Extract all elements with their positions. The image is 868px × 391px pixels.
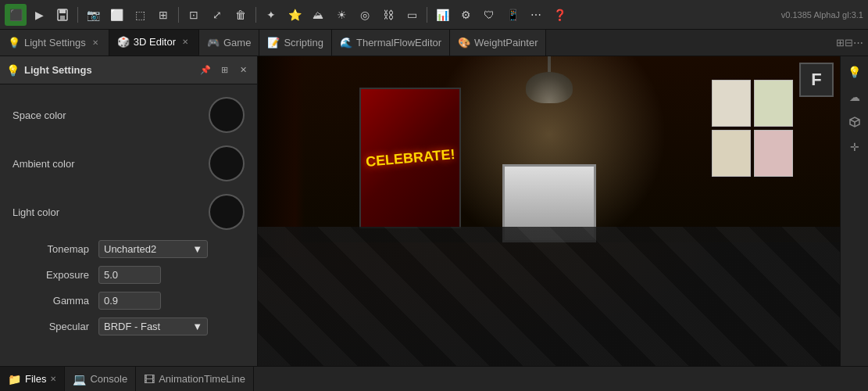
tab-overflow-icon2: ⊟ (845, 37, 853, 48)
exposure-label: Exposure (13, 269, 98, 281)
bottom-tab-animation[interactable]: 🎞 AnimationTimeLine (136, 367, 254, 391)
specular-dropdown-icon: ▼ (192, 321, 202, 332)
exposure-value (98, 266, 245, 284)
gamma-row: Gamma (0, 288, 257, 314)
weight-tab-icon: 🎨 (458, 37, 470, 49)
tab-light-settings[interactable]: 💡 Light Settings ✕ (0, 30, 109, 56)
tonemap-label: Tonemap (13, 243, 98, 255)
panel-content: Space color Ambient color Light color To… (0, 84, 257, 366)
version-label: v0.1385 AlphaJ gl:3.1 (781, 10, 863, 20)
gamma-value (98, 292, 245, 310)
light-settings-tab-icon: 💡 (8, 37, 20, 49)
files-tab-icon: 📁 (8, 373, 21, 386)
rs-cross-btn[interactable]: ✛ (844, 136, 866, 158)
animation-tab-label: AnimationTimeLine (159, 373, 245, 385)
help-button[interactable]: ❓ (548, 4, 570, 26)
tab-thermal[interactable]: 🌊 ThermalFlowEditor (332, 30, 450, 56)
stop-button[interactable]: ⬛ (5, 4, 27, 26)
space-color-row: Space color (0, 91, 257, 139)
tab-game[interactable]: 🎮 Game (199, 30, 259, 56)
gamma-input[interactable] (98, 292, 161, 310)
select-button[interactable]: ⊡ (183, 4, 205, 26)
bottom-tab-files[interactable]: 📁 Files ✕ (0, 367, 65, 391)
light-color-label: Light color (13, 206, 59, 218)
transform-button[interactable]: ⤢ (206, 4, 228, 26)
separator (77, 7, 78, 23)
tab-light-settings-label: Light Settings (24, 37, 86, 48)
graph-button[interactable]: 📊 (431, 4, 453, 26)
panel-float-btn[interactable]: ⊞ (216, 63, 232, 78)
effect-btn-1[interactable]: ✦ (260, 4, 282, 26)
tool-btn-3[interactable]: ⊞ (152, 4, 174, 26)
rs-cube-btn[interactable] (844, 111, 866, 133)
wall-note-2 (754, 80, 793, 127)
wall-note-1 (712, 80, 751, 127)
tab-3d-editor-close[interactable]: ✕ (180, 37, 191, 48)
shield-button[interactable]: 🛡 (478, 4, 500, 26)
poster-text: CELEBRATE! (365, 146, 455, 170)
exposure-input[interactable] (98, 266, 161, 284)
specular-value: BRDF - Fast ▼ (98, 317, 245, 335)
circle-button[interactable]: ◎ (354, 4, 376, 26)
tool-btn-1[interactable]: ⬜ (105, 4, 127, 26)
camera-button[interactable]: 📷 (82, 4, 104, 26)
wall-note-3 (712, 130, 751, 177)
tab-bar: 💡 Light Settings ✕ 🎲 3D Editor ✕ 🎮 Game … (0, 30, 868, 56)
specular-label: Specular (13, 321, 98, 332)
separator (178, 7, 179, 23)
thermal-tab-icon: 🌊 (340, 37, 352, 49)
save-button[interactable] (52, 4, 73, 26)
separator (427, 7, 427, 23)
wall-note-4 (754, 130, 793, 177)
tab-overflow-more[interactable]: ⋯ (853, 37, 863, 48)
space-color-swatch[interactable] (209, 97, 245, 133)
files-tab-label: Files (25, 373, 46, 385)
wall-notes (712, 80, 793, 177)
viewport[interactable]: CELEBRATE! F (258, 56, 840, 366)
top-toolbar: ⬛ ▶ 📷 ⬜ ⬚ ⊞ ⊡ ⤢ 🗑 ✦ ⭐ ⛰ ☀ ◎ ⛓ ▭ 📊 ⚙ 🛡 📱 … (0, 0, 868, 30)
terrain-button[interactable]: ⛰ (307, 4, 329, 26)
panel-header-icon: 💡 (6, 64, 20, 77)
link-button[interactable]: ⛓ (377, 4, 399, 26)
space-color-label: Space color (13, 109, 66, 121)
tab-light-settings-close[interactable]: ✕ (90, 38, 101, 48)
star-button[interactable]: ⭐ (284, 4, 305, 26)
more-button[interactable]: ⋯ (525, 4, 547, 26)
specular-select[interactable]: BRDF - Fast ▼ (98, 317, 208, 335)
rs-cloud-btn[interactable]: ☁ (844, 86, 866, 108)
tonemap-row: Tonemap Uncharted2 ▼ (0, 236, 257, 262)
tonemap-select[interactable]: Uncharted2 ▼ (98, 240, 208, 258)
tab-scripting[interactable]: 📝 Scripting (259, 30, 332, 56)
files-tab-close[interactable]: ✕ (50, 375, 56, 383)
tab-thermal-label: ThermalFlowEditor (356, 37, 441, 48)
tool-btn-2[interactable]: ⬚ (129, 4, 151, 26)
panel-header-title: Light Settings (24, 64, 92, 76)
exposure-row: Exposure (0, 262, 257, 288)
light-shade (526, 72, 573, 103)
tonemap-value: Uncharted2 ▼ (98, 240, 245, 258)
rect-button[interactable]: ▭ (401, 4, 423, 26)
play-button[interactable]: ▶ (28, 4, 50, 26)
rs-bulb-btn[interactable]: 💡 (844, 61, 866, 83)
settings-button[interactable]: ⚙ (455, 4, 477, 26)
device-button[interactable]: 📱 (502, 4, 523, 26)
delete-button[interactable]: 🗑 (230, 4, 252, 26)
panel-pin-btn[interactable]: 📌 (198, 63, 213, 78)
sun-button[interactable]: ☀ (330, 4, 352, 26)
tab-weight[interactable]: 🎨 WeightPainter (450, 30, 546, 56)
panel-close-btn[interactable]: ✕ (235, 63, 251, 78)
bottom-tab-console[interactable]: 💻 Console (65, 367, 136, 391)
bottom-bar: 📁 Files ✕ 💻 Console 🎞 AnimationTimeLine (0, 366, 868, 391)
ambient-color-swatch[interactable] (209, 145, 245, 181)
scene: CELEBRATE! F (258, 56, 840, 366)
floor (258, 227, 840, 366)
tonemap-selected: Uncharted2 (104, 243, 156, 255)
gamma-label: Gamma (13, 295, 98, 307)
tab-3d-editor[interactable]: 🎲 3D Editor ✕ (109, 30, 199, 56)
tab-overflow[interactable]: ⊞ ⊟ ⋯ (831, 30, 868, 56)
3d-editor-tab-icon: 🎲 (117, 36, 130, 48)
light-color-swatch[interactable] (209, 194, 245, 230)
tab-game-label: Game (223, 37, 251, 48)
scripting-tab-icon: 📝 (267, 37, 280, 49)
tab-scripting-label: Scripting (284, 37, 323, 48)
